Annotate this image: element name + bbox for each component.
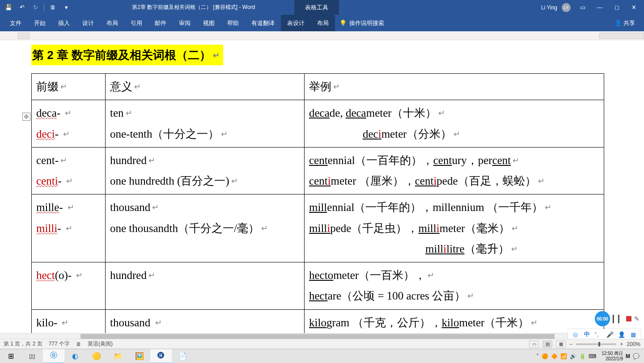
taskbar-explorer-icon[interactable]: 📁 — [107, 349, 129, 363]
text-line[interactable]: thousand — [110, 317, 162, 329]
maximize-button[interactable]: ◻ — [609, 0, 624, 15]
recording-stop-icon[interactable] — [626, 316, 631, 321]
table-header-cell[interactable]: 前缀 — [32, 74, 106, 100]
minimize-button[interactable]: — — [592, 0, 607, 15]
ribbon-tab[interactable]: 引用 — [124, 15, 148, 31]
text-line[interactable]: hect(o)- — [36, 269, 83, 281]
text-line[interactable]: centennial（一百年的），century，percent — [309, 154, 519, 166]
web-layout-button[interactable]: ▦ — [556, 341, 566, 348]
ribbon-tab[interactable]: 帮助 — [221, 15, 245, 31]
vocab-table[interactable]: 前缀意义举例deca- deci- tenone-tenth（十分之一）deca… — [31, 73, 604, 336]
ime-logo-icon[interactable]: ◎ — [571, 330, 580, 339]
tray-ime-icon[interactable]: ⌨ — [589, 353, 596, 359]
text-line[interactable]: millilitre（毫升） — [309, 243, 518, 255]
tell-me[interactable]: 💡 操作说明搜索 — [339, 19, 384, 27]
qat-dropdown-icon[interactable]: ▾ — [61, 3, 71, 13]
example-cell[interactable]: decade, decameter（十米）decimeter（分米） — [305, 100, 604, 148]
start-button[interactable]: ⊞ — [0, 349, 21, 363]
ime-lang[interactable]: 中 — [582, 330, 591, 339]
close-button[interactable]: ✕ — [626, 0, 641, 15]
print-layout-button[interactable]: ▤ — [542, 341, 552, 348]
ribbon-tab[interactable]: 视图 — [197, 15, 221, 31]
taskbar-pdf-icon[interactable]: 📄 — [172, 349, 193, 363]
ribbon-tab[interactable]: 设计 — [76, 15, 100, 31]
ribbon-tab[interactable]: 布局 — [100, 15, 124, 31]
tray-notifications-icon[interactable]: 💬 — [633, 353, 640, 359]
taskview-button[interactable]: ▯▯ — [21, 349, 43, 363]
text-line[interactable]: centi- — [36, 175, 73, 187]
word-count[interactable]: 777 个字 — [49, 340, 70, 348]
text-line[interactable]: one hundredth (百分之一) — [110, 175, 238, 187]
tray-wifi-icon[interactable]: 📶 — [560, 353, 567, 359]
text-line[interactable]: decimeter（分米） — [309, 128, 460, 140]
zoom-out-button[interactable]: − — [569, 341, 572, 347]
meaning-cell[interactable]: hundred — [106, 262, 305, 310]
ime-punct-icon[interactable]: °。 — [594, 330, 603, 339]
text-line[interactable]: milli- — [36, 222, 72, 234]
ribbon-tab[interactable]: 开始 — [28, 15, 52, 31]
text-line[interactable]: deci- — [36, 128, 70, 140]
document-area[interactable]: 第 2 章 数字前缀及相关词根（二） ✥ 前缀意义举例deca- deci- t… — [0, 40, 635, 341]
prefix-cell[interactable]: cent-centi- — [32, 147, 106, 194]
zoom-in-button[interactable]: + — [620, 341, 623, 347]
text-line[interactable]: one thousandth（千分之一/毫） — [110, 222, 268, 234]
text-line[interactable]: hectometer（一百米）， — [309, 269, 434, 281]
ribbon-tab[interactable]: 文件 — [4, 15, 28, 31]
text-line[interactable]: thousand — [110, 201, 159, 213]
tray-app2-icon[interactable]: 🔶 — [551, 353, 558, 359]
text-line[interactable]: cent- — [36, 154, 67, 166]
ime-bar[interactable]: ◎ 中 °。 🎤 👤 ▦ — [568, 329, 640, 340]
text-line[interactable]: deca- — [36, 107, 72, 119]
taskbar-ie-icon[interactable]: ⓔ — [43, 349, 64, 363]
tray-app1-icon[interactable]: 🟠 — [542, 353, 548, 359]
chapter-heading[interactable]: 第 2 章 数字前缀及相关词根（二） — [31, 45, 223, 65]
text-line[interactable]: hectare（公顷 = 100 acres 公亩） — [309, 290, 474, 302]
meaning-cell[interactable]: thousand — [106, 309, 305, 336]
read-mode-button[interactable]: ▭ — [529, 341, 539, 348]
text-line[interactable]: millennial（一千年的），millennium （一千年） — [309, 201, 551, 213]
example-cell[interactable]: centennial（一百年的），century，percentcentimet… — [305, 147, 604, 194]
ribbon-tab[interactable]: 审阅 — [173, 15, 197, 31]
share-button[interactable]: 👤 共享 — [614, 19, 635, 27]
tray-app3-icon[interactable]: M — [626, 353, 630, 359]
taskbar-word-icon[interactable]: 🅦 — [150, 349, 172, 363]
prefix-cell[interactable]: hect(o)- — [32, 262, 106, 310]
prefix-cell[interactable]: deca- deci- — [32, 100, 106, 148]
text-line[interactable]: decade, decameter（十米） — [309, 107, 445, 119]
recording-timer[interactable]: 00:00 — [595, 311, 610, 326]
example-cell[interactable]: kilogram （千克，公斤），kilometer（千米） — [305, 309, 604, 336]
text-line[interactable]: hundred — [110, 269, 155, 281]
text-line[interactable]: kilo- — [36, 317, 68, 329]
taskbar-edge-icon[interactable]: ◐ — [64, 349, 86, 363]
recording-pause-icon[interactable]: ▎▎ — [613, 315, 623, 323]
document-body[interactable]: 第 2 章 数字前缀及相关词根（二） ✥ 前缀意义举例deca- deci- t… — [0, 40, 635, 336]
ribbon-display-icon[interactable]: ▭ — [575, 0, 590, 15]
recording-pen-icon[interactable]: ✎ — [634, 315, 640, 322]
save-icon[interactable]: 💾 — [4, 3, 13, 13]
ribbon-tab[interactable]: 布局 — [311, 15, 335, 31]
prefix-cell[interactable]: kilo- — [32, 309, 106, 336]
zoom-slider[interactable] — [576, 343, 616, 345]
table-move-handle[interactable]: ✥ — [22, 113, 30, 121]
user-name[interactable]: Li Ying — [541, 4, 557, 11]
meaning-cell[interactable]: hundredone hundredth (百分之一) — [106, 147, 305, 194]
text-line[interactable]: mille- — [36, 201, 74, 213]
text-line[interactable]: hundred — [110, 154, 155, 166]
text-line[interactable]: kilogram （千克，公斤），kilometer（千米） — [309, 317, 538, 329]
zoom-level[interactable]: 200% — [627, 341, 640, 347]
user-avatar[interactable]: LY — [562, 3, 571, 12]
redo-icon[interactable]: ↻ — [30, 3, 40, 13]
ribbon-tab[interactable]: 表设计 — [281, 15, 311, 31]
prefix-cell[interactable]: mille- milli- — [32, 194, 106, 262]
ime-grid-icon[interactable]: ▦ — [629, 330, 638, 339]
tray-chevron-icon[interactable]: ˄ — [536, 353, 539, 359]
example-cell[interactable]: hectometer（一百米），hectare（公顷 = 100 acres 公… — [305, 262, 604, 310]
page-indicator[interactable]: 第 1 页，共 2 页 — [4, 340, 42, 348]
text-line[interactable]: one-tenth（十分之一） — [110, 128, 228, 140]
ime-mic-icon[interactable]: 🎤 — [606, 330, 614, 339]
ribbon-tab[interactable]: 有道翻译 — [245, 15, 281, 31]
taskbar-chrome-icon[interactable]: 🟡 — [86, 349, 107, 363]
undo-icon[interactable]: ↶ — [17, 3, 27, 13]
table-header-cell[interactable]: 举例 — [305, 74, 604, 100]
ribbon-tab[interactable]: 邮件 — [148, 15, 173, 31]
